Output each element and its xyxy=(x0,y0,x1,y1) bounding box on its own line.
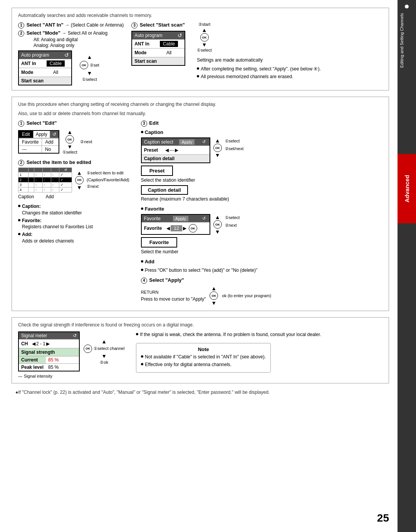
edit-panel: Edit Apply ↺ Favorite Add --- No xyxy=(18,130,59,154)
step2-label: 2 Select "Mode" xyxy=(18,30,62,36)
apply-btn: Apply xyxy=(34,131,50,138)
fav-add-row: Favorite Add xyxy=(19,138,59,146)
step1-row: 1 Select "ANT In" → (Select Cable or Ant… xyxy=(18,22,124,28)
ok-btn-left[interactable]: OK xyxy=(80,61,88,69)
ok-btn-fav[interactable]: OK xyxy=(189,224,197,233)
ok-note-signal: ②ok xyxy=(100,360,108,365)
no-row: --- No xyxy=(19,146,59,153)
caption-detail-row: Caption detail xyxy=(142,154,210,162)
signal-intensity-note: — Signal intensity xyxy=(18,374,124,378)
ch-row-1: 1---✓ xyxy=(18,172,72,177)
step3-column: 3 Select "Start scan" Auto program ↺ xyxy=(131,22,185,66)
ant-value-left: Cable xyxy=(47,60,65,67)
down-arrow-left: ▼ xyxy=(87,70,92,76)
signal-strength-row: Signal strength xyxy=(19,348,79,356)
add-desc: Press "OK" button to select "Yes (add)" … xyxy=(141,267,382,274)
settings-auto-text: Settings are made automatically xyxy=(197,57,263,63)
caption-detail-desc: Rename (maximum 7 characters available) xyxy=(141,196,382,202)
edit-btn: Edit xyxy=(19,131,34,138)
fav-num-row: Favorite ◀ 12 ▶ OK xyxy=(142,222,210,234)
mode-value-left: All xyxy=(40,69,71,76)
signal-title: Signal meter ↺ xyxy=(19,332,79,339)
section2-intro2: Also, use to add or delete channels from… xyxy=(18,111,382,116)
ch-row-2-selected: 2---✓ xyxy=(18,177,72,182)
mode-row-left: Mode All xyxy=(19,68,71,77)
left-auto-panel: Auto program ↺ ANT In Cable Mode xyxy=(18,50,72,85)
step4-row: RETURN Press to move cursor to "Apply" ▲… xyxy=(141,285,382,306)
bullet1: After completing the setting, select "Ap… xyxy=(197,66,321,72)
remote-signal: ▲ OK ①select channel ▼ ②ok xyxy=(84,338,124,365)
fav-panel: Favorite Apply ↺ Favorite ◀ 12 ▶ xyxy=(141,214,210,235)
favorite-box: Favorite xyxy=(141,237,178,248)
return-label: RETURN xyxy=(141,289,206,296)
section2-content: 1 Select "Edit" Edit Apply ↺ xyxy=(18,120,382,306)
note1: Not available if "Cable" is selected in … xyxy=(141,354,266,360)
favorite-section-title: Favorite xyxy=(141,206,382,212)
section2-bullets: Caption: Changes the station identifier … xyxy=(18,203,129,244)
signal-left: Signal meter ↺ CH ◀ 2 - 1 ▶ xyxy=(18,331,124,378)
sidebar-editing-text: Editing and Setting Channels xyxy=(398,10,416,71)
signal-back-icon: ↺ xyxy=(73,333,77,338)
select-channel-note: ①select channel xyxy=(94,346,124,351)
section2-left: 1 Select "Edit" Edit Apply ↺ xyxy=(18,120,129,246)
ant-row-left: ANT In Cable xyxy=(19,59,71,68)
section2-right: 3 Edit Caption xyxy=(141,120,382,306)
section1-box: Automatically searches and adds receivab… xyxy=(12,8,389,90)
current-row: Current 85 % xyxy=(19,356,79,363)
fav-num-value: 12 xyxy=(171,225,182,231)
ant-row-right: ANT In Cable xyxy=(132,39,185,48)
dash-cell: --- xyxy=(19,146,42,153)
step3-label: 3 Select "Start scan" xyxy=(131,22,185,28)
caption-detail-box: Caption detail xyxy=(141,185,188,195)
caption-add-labels: Caption Add xyxy=(18,194,129,199)
step2-sub3: Analog: Analog only xyxy=(34,43,74,48)
section2-intro: Use this procedure when changing setting… xyxy=(18,102,382,107)
ok-note-step4: ok (to enter your program) xyxy=(222,293,271,298)
caption-back-icon: ↺ xyxy=(201,139,207,145)
ok-btn-right[interactable]: OK xyxy=(200,33,209,42)
start-scan-row-right: Start scan xyxy=(132,57,185,65)
ch-list-header: ↺ xyxy=(18,168,72,172)
step2-annotations: ①select item to edit (Caption/Favorite/A… xyxy=(87,170,129,190)
bullets-right: After completing the setting, select "Ap… xyxy=(197,66,321,81)
edit-step2: 2 Select the item to be edited xyxy=(18,159,129,166)
peak-value: 85 % xyxy=(46,364,61,371)
step4-desc-block: RETURN Press to move cursor to "Apply" xyxy=(141,289,206,303)
edit-step1: 1 Select "Edit" xyxy=(18,120,129,127)
step1-select-note: ①select xyxy=(62,150,77,155)
remote-step4: ▲ OK ▼ xyxy=(210,285,218,306)
remote-fav: ▲ OK ▼ xyxy=(213,214,222,235)
current-value: 85 % xyxy=(46,356,61,363)
note-title: Note xyxy=(141,346,266,352)
right-sidebar: Editing and Setting Channels xyxy=(398,0,416,532)
fav-panel-row: Favorite Apply ↺ Favorite ◀ 12 ▶ xyxy=(141,214,382,235)
page-number: 25 xyxy=(377,512,389,524)
step1-next-note: ②next xyxy=(80,139,92,144)
panel-title-right: Auto program ↺ xyxy=(132,32,185,39)
add-cell: Add xyxy=(42,139,56,146)
start-annotation: ②start xyxy=(198,22,210,27)
right-annotations: ②start ▲ OK ▼ ①select Settings are made … xyxy=(197,22,321,81)
ch-row-3: 3---✓ xyxy=(18,182,72,187)
select-annotation-right: ①select xyxy=(197,48,212,53)
fav-remote-notes: ①select ②next xyxy=(225,214,240,229)
step2-row: 2 Select "Mode" → Select All or Analog A… xyxy=(18,30,124,48)
favorite-desc: Select the number xyxy=(141,249,382,254)
edit-step4: 4 Select "Apply" xyxy=(141,277,382,284)
caption-section-title: Caption xyxy=(141,129,382,136)
caption-bullet: Caption: Changes the station identifier xyxy=(18,203,129,216)
step1-label: 1 Select "ANT In" xyxy=(18,22,65,28)
bullet2: All previous memorized channels are eras… xyxy=(197,74,321,80)
edit-step3-header: 3 Edit xyxy=(141,120,382,127)
remote-right: ②start ▲ OK ▼ ①select xyxy=(197,22,212,53)
caption-preset-row: Preset ◀ --- ▶ xyxy=(142,146,210,154)
refresh-icon-left: ↺ xyxy=(64,52,69,58)
add-bullet: Add: Adds or deletes channels xyxy=(18,231,129,244)
edit-step1-panel-row: Edit Apply ↺ Favorite Add --- No xyxy=(18,129,129,155)
edit-panel-title-row: Edit Apply ↺ xyxy=(19,131,59,138)
refresh-icon-right: ↺ xyxy=(178,32,182,38)
step2-sub2: All: Analog and digital xyxy=(34,37,78,42)
edit-step2-panel-row: ↺ 1---✓ 2---✓ 3---✓ 4---✓ xyxy=(18,167,129,192)
start-scan-row-left: Start scan xyxy=(19,77,71,85)
select-annotation-left: ①select xyxy=(82,77,97,82)
